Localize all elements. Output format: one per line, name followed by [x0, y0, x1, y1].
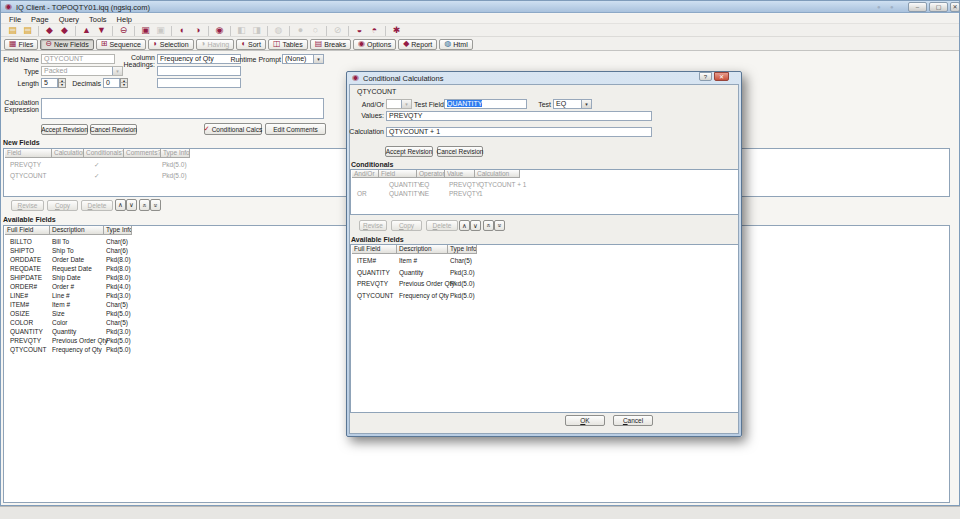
column-header-type-info[interactable]: Type Info: [448, 245, 477, 254]
toolbar-button-label: Having: [207, 41, 229, 48]
list-cell: NE: [420, 190, 429, 197]
spinner-down-icon[interactable]: ▾: [121, 83, 127, 87]
diamond-right-icon[interactable]: ◆: [57, 25, 72, 36]
delete-button[interactable]: Delete: [426, 220, 458, 231]
cancel-revision-button[interactable]: Cancel Revision: [437, 146, 483, 157]
menu-help[interactable]: Help: [112, 14, 137, 24]
menu-page[interactable]: Page: [26, 14, 54, 24]
list-cell: EQ: [420, 181, 429, 188]
target-icon[interactable]: ◉: [212, 25, 227, 36]
column-header-full-field[interactable]: Full Field: [352, 245, 397, 254]
monitor-icon[interactable]: ▣: [138, 25, 153, 36]
maximize-button[interactable]: ▢: [929, 2, 948, 12]
diamond-left-icon[interactable]: ◆: [42, 25, 57, 36]
close-button[interactable]: ✕: [950, 2, 960, 12]
html-button[interactable]: ◍Html: [439, 39, 472, 50]
close-icon[interactable]: ✕: [714, 72, 729, 81]
accept-revision-button[interactable]: Accept Revision: [41, 124, 88, 135]
move-top-button[interactable]: «: [483, 220, 494, 231]
sort-button[interactable]: ◐Sort: [236, 39, 266, 50]
move-top-button[interactable]: «: [139, 199, 150, 211]
list-cell: Pkd(5.0): [450, 280, 475, 287]
move-down-button[interactable]: ∨: [470, 220, 481, 231]
selection-button[interactable]: ◗Selection: [148, 39, 194, 50]
type-value: Packed: [44, 67, 67, 74]
minimize-button[interactable]: –: [908, 2, 927, 12]
revise-button[interactable]: Revise: [359, 220, 387, 231]
calc-expression-input[interactable]: [41, 98, 324, 119]
list-cell: Item #: [52, 301, 70, 308]
revise-button[interactable]: Revise: [11, 200, 44, 211]
star-icon[interactable]: ✱: [389, 25, 404, 36]
conditional-calcs-button[interactable]: ✓ Conditional Calcs: [204, 123, 262, 135]
help-circle-icon[interactable]: ◓: [367, 25, 382, 36]
list-row[interactable]: QTYCOUNTFrequency of QtyPkd(5.0): [351, 291, 738, 303]
menu-query[interactable]: Query: [54, 14, 84, 24]
edit-comments-button[interactable]: Edit Comments: [265, 123, 326, 135]
decimals-input[interactable]: 0: [103, 78, 120, 88]
options-button[interactable]: ◉Options: [353, 39, 396, 50]
accept-revision-button[interactable]: Accept Revision: [385, 146, 433, 157]
copy-button[interactable]: Copy: [47, 200, 78, 211]
tables-button[interactable]: ◫Tables: [268, 39, 308, 50]
up-arrow-icon[interactable]: ▲: [79, 25, 94, 36]
conditionals-title: Conditionals: [351, 161, 393, 168]
next-page-icon: ◨: [249, 25, 264, 36]
half-left-icon[interactable]: ◐: [175, 25, 190, 36]
list-cell: PREVQTY: [357, 280, 388, 287]
decimals-stepper[interactable]: ▴ ▾: [120, 78, 128, 88]
list-cell: Quantity: [399, 269, 423, 276]
move-bottom-button[interactable]: »: [150, 199, 161, 211]
column-header-description[interactable]: Description: [50, 226, 104, 235]
list-cell: QUANTITY: [389, 181, 422, 188]
menu-tools[interactable]: Tools: [84, 14, 112, 24]
list-cell: QUANTITY: [389, 190, 422, 197]
breaks-button[interactable]: ▤Breaks: [310, 39, 351, 50]
column-heading-2-input[interactable]: [157, 66, 241, 76]
move-bottom-button[interactable]: »: [494, 220, 505, 231]
copy-button[interactable]: Copy: [391, 220, 422, 231]
chevron-down-icon[interactable]: ▾: [313, 55, 323, 63]
new-fields-button[interactable]: ⊖New Fields: [40, 39, 93, 50]
ok-button[interactable]: OK: [565, 415, 605, 426]
field-name-input[interactable]: QTYCOUNT: [41, 54, 115, 64]
half-right-icon[interactable]: ◑: [190, 25, 205, 36]
list-cell: ✓: [94, 161, 99, 169]
test-field-input[interactable]: QUANTITY: [444, 99, 527, 109]
save-file-icon[interactable]: ▤: [20, 25, 35, 36]
runtime-prompt-select[interactable]: (None) ▾: [282, 54, 324, 64]
values-label: Values:: [355, 112, 384, 119]
list-row[interactable]: PREVQTYPrevious Order QtyPkd(5.0): [351, 279, 738, 291]
cancel-button[interactable]: Cancel: [613, 415, 653, 426]
down-arrow-icon[interactable]: ▼: [94, 25, 109, 36]
column-heading-3-input[interactable]: [157, 78, 241, 88]
column-header-full-field[interactable]: Full Field: [5, 226, 50, 235]
files-button[interactable]: ▦Files: [4, 39, 38, 50]
column-header-description[interactable]: Description: [397, 245, 448, 254]
remove-icon[interactable]: ⊖: [116, 25, 131, 36]
test-field-label: Test Field: [414, 101, 442, 108]
length-input[interactable]: 5: [41, 78, 58, 88]
report-button[interactable]: ◆Report: [398, 39, 437, 50]
move-up-button[interactable]: ∧: [459, 220, 470, 231]
help-button[interactable]: ?: [699, 72, 712, 81]
toolbar-button-label: Html: [453, 41, 467, 48]
cancel-revision-button[interactable]: Cancel Revision: [90, 124, 137, 135]
calculation-input[interactable]: QTYCOUNT + 1: [386, 127, 652, 137]
list-cell: OR: [357, 190, 367, 197]
list-cell: ITEM#: [357, 257, 376, 264]
globe-icon[interactable]: ◒: [352, 25, 367, 36]
list-row[interactable]: QUANTITYQuantityPkd(3.0): [351, 268, 738, 280]
move-up-button[interactable]: ∧: [115, 199, 126, 211]
values-input[interactable]: PREVQTY: [386, 111, 652, 121]
menu-file[interactable]: File: [4, 14, 26, 24]
open-file-icon[interactable]: ▤: [5, 25, 20, 36]
list-row[interactable]: ITEM#Item #Char(5): [351, 256, 738, 268]
chevron-down-icon[interactable]: ▾: [581, 100, 591, 108]
test-select[interactable]: EQ ▾: [553, 99, 592, 109]
delete-button[interactable]: Delete: [81, 200, 113, 211]
column-header-type-info[interactable]: Type Info: [104, 226, 132, 235]
sequence-button[interactable]: ⊞Sequence: [96, 39, 146, 50]
list-cell: OSIZE: [10, 310, 30, 317]
move-down-button[interactable]: ∨: [126, 199, 137, 211]
